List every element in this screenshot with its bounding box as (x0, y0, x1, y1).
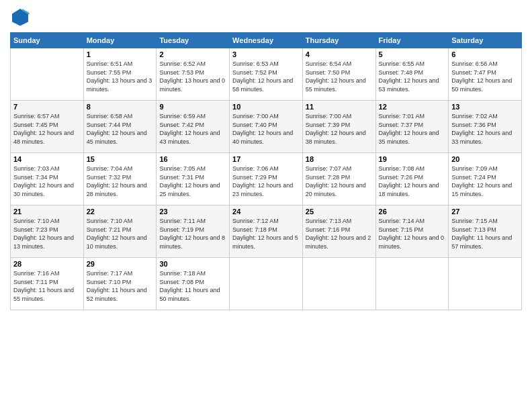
calendar-cell: 10Sunrise: 7:00 AMSunset: 7:40 PMDayligh… (230, 101, 303, 153)
day-number: 21 (13, 208, 81, 216)
day-info: Sunrise: 7:04 AMSunset: 7:32 PMDaylight:… (87, 165, 154, 198)
calendar-cell: 14Sunrise: 7:03 AMSunset: 7:34 PMDayligh… (11, 153, 84, 205)
calendar-table: SundayMondayTuesdayWednesdayThursdayFrid… (10, 32, 522, 310)
header-row: SundayMondayTuesdayWednesdayThursdayFrid… (11, 33, 522, 48)
day-number: 10 (232, 103, 300, 111)
day-number: 7 (13, 103, 81, 111)
day-number: 14 (13, 155, 81, 163)
day-number: 30 (159, 260, 226, 268)
day-number: 25 (306, 208, 373, 216)
calendar-cell: 27Sunrise: 7:15 AMSunset: 7:13 PMDayligh… (449, 205, 522, 258)
day-number: 22 (87, 208, 154, 216)
day-info: Sunrise: 7:14 AMSunset: 7:15 PMDaylight:… (379, 217, 446, 250)
day-number: 23 (159, 208, 226, 216)
calendar-cell: 4Sunrise: 6:54 AMSunset: 7:50 PMDaylight… (302, 48, 375, 101)
calendar-cell: 9Sunrise: 6:59 AMSunset: 7:42 PMDaylight… (157, 101, 230, 153)
week-row-1: 7Sunrise: 6:57 AMSunset: 7:45 PMDaylight… (11, 101, 522, 153)
day-info: Sunrise: 6:56 AMSunset: 7:47 PMDaylight:… (451, 60, 519, 93)
header-thursday: Thursday (302, 33, 375, 48)
day-info: Sunrise: 6:58 AMSunset: 7:44 PMDaylight:… (87, 112, 154, 146)
calendar-cell: 20Sunrise: 7:09 AMSunset: 7:24 PMDayligh… (449, 153, 522, 205)
day-info: Sunrise: 6:54 AMSunset: 7:50 PMDaylight:… (306, 60, 373, 93)
day-info: Sunrise: 6:53 AMSunset: 7:52 PMDaylight:… (232, 60, 300, 93)
logo-icon (10, 7, 30, 27)
day-number: 1 (87, 50, 154, 58)
day-info: Sunrise: 7:16 AMSunset: 7:11 PMDaylight:… (13, 269, 81, 303)
header-sunday: Sunday (11, 33, 84, 48)
day-number: 12 (379, 103, 446, 111)
day-number: 29 (87, 260, 154, 268)
day-number: 24 (232, 208, 300, 216)
day-info: Sunrise: 7:13 AMSunset: 7:16 PMDaylight:… (306, 217, 373, 250)
day-info: Sunrise: 7:01 AMSunset: 7:37 PMDaylight:… (379, 112, 446, 146)
calendar-cell (11, 48, 84, 101)
calendar-cell: 6Sunrise: 6:56 AMSunset: 7:47 PMDaylight… (449, 48, 522, 101)
day-info: Sunrise: 6:57 AMSunset: 7:45 PMDaylight:… (13, 112, 81, 146)
calendar-cell: 1Sunrise: 6:51 AMSunset: 7:55 PMDaylight… (83, 48, 157, 101)
day-number: 13 (451, 103, 519, 111)
day-info: Sunrise: 7:06 AMSunset: 7:29 PMDaylight:… (232, 165, 300, 198)
logo (10, 7, 33, 27)
day-number: 6 (451, 50, 519, 58)
calendar-cell: 28Sunrise: 7:16 AMSunset: 7:11 PMDayligh… (11, 258, 84, 310)
page: SundayMondayTuesdayWednesdayThursdayFrid… (0, 0, 532, 411)
calendar-cell: 19Sunrise: 7:08 AMSunset: 7:26 PMDayligh… (375, 153, 449, 205)
day-number: 15 (87, 155, 154, 163)
day-info: Sunrise: 7:10 AMSunset: 7:23 PMDaylight:… (13, 217, 81, 250)
day-number: 9 (159, 103, 226, 111)
day-info: Sunrise: 7:09 AMSunset: 7:24 PMDaylight:… (451, 165, 519, 198)
day-info: Sunrise: 6:51 AMSunset: 7:55 PMDaylight:… (87, 60, 154, 93)
day-number: 27 (451, 208, 519, 216)
day-info: Sunrise: 6:55 AMSunset: 7:48 PMDaylight:… (379, 60, 446, 93)
day-info: Sunrise: 7:12 AMSunset: 7:18 PMDaylight:… (232, 217, 300, 250)
day-number: 3 (232, 50, 300, 58)
calendar-cell: 3Sunrise: 6:53 AMSunset: 7:52 PMDaylight… (230, 48, 303, 101)
calendar-cell: 17Sunrise: 7:06 AMSunset: 7:29 PMDayligh… (230, 153, 303, 205)
day-number: 4 (306, 50, 373, 58)
calendar-cell: 15Sunrise: 7:04 AMSunset: 7:32 PMDayligh… (83, 153, 157, 205)
calendar-cell (375, 258, 449, 310)
day-info: Sunrise: 7:07 AMSunset: 7:28 PMDaylight:… (306, 165, 373, 198)
day-number: 8 (87, 103, 154, 111)
calendar-cell: 18Sunrise: 7:07 AMSunset: 7:28 PMDayligh… (302, 153, 375, 205)
day-number: 5 (379, 50, 446, 58)
day-info: Sunrise: 6:59 AMSunset: 7:42 PMDaylight:… (159, 112, 226, 146)
day-number: 19 (379, 155, 446, 163)
week-row-2: 14Sunrise: 7:03 AMSunset: 7:34 PMDayligh… (11, 153, 522, 205)
calendar-cell: 26Sunrise: 7:14 AMSunset: 7:15 PMDayligh… (375, 205, 449, 258)
calendar-cell: 13Sunrise: 7:02 AMSunset: 7:36 PMDayligh… (449, 101, 522, 153)
week-row-3: 21Sunrise: 7:10 AMSunset: 7:23 PMDayligh… (11, 205, 522, 258)
day-number: 28 (13, 260, 81, 268)
calendar-cell (449, 258, 522, 310)
day-info: Sunrise: 7:00 AMSunset: 7:39 PMDaylight:… (306, 112, 373, 146)
calendar-cell: 12Sunrise: 7:01 AMSunset: 7:37 PMDayligh… (375, 101, 449, 153)
calendar-cell: 16Sunrise: 7:05 AMSunset: 7:31 PMDayligh… (157, 153, 230, 205)
week-row-4: 28Sunrise: 7:16 AMSunset: 7:11 PMDayligh… (11, 258, 522, 310)
header-friday: Friday (375, 33, 449, 48)
day-info: Sunrise: 7:02 AMSunset: 7:36 PMDaylight:… (451, 112, 519, 146)
calendar-cell: 2Sunrise: 6:52 AMSunset: 7:53 PMDaylight… (157, 48, 230, 101)
calendar-cell (230, 258, 303, 310)
header-saturday: Saturday (449, 33, 522, 48)
calendar-cell: 11Sunrise: 7:00 AMSunset: 7:39 PMDayligh… (302, 101, 375, 153)
calendar-cell: 7Sunrise: 6:57 AMSunset: 7:45 PMDaylight… (11, 101, 84, 153)
day-info: Sunrise: 7:18 AMSunset: 7:08 PMDaylight:… (159, 269, 226, 303)
calendar-cell: 22Sunrise: 7:10 AMSunset: 7:21 PMDayligh… (83, 205, 157, 258)
day-number: 11 (306, 103, 373, 111)
day-info: Sunrise: 7:11 AMSunset: 7:19 PMDaylight:… (159, 217, 226, 250)
day-info: Sunrise: 6:52 AMSunset: 7:53 PMDaylight:… (159, 60, 226, 93)
header (10, 7, 522, 27)
calendar-cell: 23Sunrise: 7:11 AMSunset: 7:19 PMDayligh… (157, 205, 230, 258)
header-tuesday: Tuesday (157, 33, 230, 48)
calendar-cell: 8Sunrise: 6:58 AMSunset: 7:44 PMDaylight… (83, 101, 157, 153)
calendar-cell: 29Sunrise: 7:17 AMSunset: 7:10 PMDayligh… (83, 258, 157, 310)
day-number: 26 (379, 208, 446, 216)
day-number: 16 (159, 155, 226, 163)
day-number: 20 (451, 155, 519, 163)
day-info: Sunrise: 7:05 AMSunset: 7:31 PMDaylight:… (159, 165, 226, 198)
header-monday: Monday (83, 33, 157, 48)
header-wednesday: Wednesday (230, 33, 303, 48)
calendar-cell: 24Sunrise: 7:12 AMSunset: 7:18 PMDayligh… (230, 205, 303, 258)
day-info: Sunrise: 7:00 AMSunset: 7:40 PMDaylight:… (232, 112, 300, 146)
day-number: 18 (306, 155, 373, 163)
